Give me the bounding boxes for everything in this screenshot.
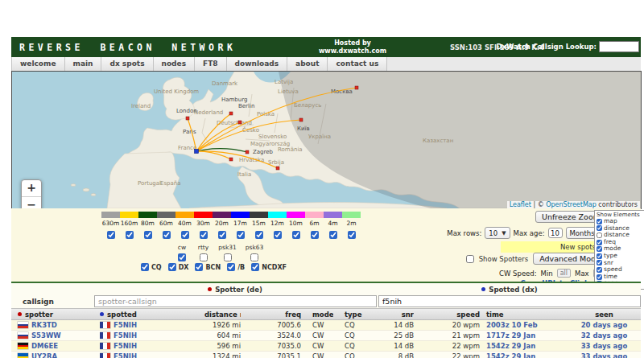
band-swatch-17m bbox=[231, 212, 250, 218]
callsign-link-f5nih[interactable]: F5NIH bbox=[114, 352, 137, 358]
band-label-630m: 630m bbox=[101, 220, 120, 227]
band-checkbox-60m[interactable] bbox=[163, 231, 171, 239]
menu-tab-main[interactable]: main bbox=[65, 57, 102, 71]
show-elem-checkbox-freq-3[interactable] bbox=[597, 240, 602, 245]
type-checkbox-b[interactable] bbox=[227, 263, 235, 271]
mode-label-rtty: rtty bbox=[192, 244, 214, 251]
show-elem-checkbox-time-8[interactable] bbox=[597, 274, 602, 280]
band-checkbox-20m[interactable] bbox=[218, 231, 226, 239]
column-header-spotted[interactable]: spotted bbox=[100, 311, 204, 319]
cell-time[interactable]: 1542z 29 Jan bbox=[480, 342, 568, 350]
column-header-spotter[interactable]: spotter bbox=[11, 311, 100, 319]
osm-link[interactable]: OpenStreetMap bbox=[546, 201, 597, 208]
type-item-dx: DX bbox=[168, 263, 189, 271]
mode-checkbox-psk31[interactable] bbox=[224, 253, 232, 261]
map-container[interactable]: United KingdomIrelandNederlandDeutschlan… bbox=[11, 71, 642, 209]
spotter-callsign-input[interactable] bbox=[94, 295, 377, 307]
callsign-link-f5nih[interactable]: F5NIH bbox=[114, 321, 137, 329]
type-label-bcn: BCN bbox=[205, 264, 221, 271]
type-checkbox-ncdxf[interactable] bbox=[251, 263, 259, 271]
band-checkbox-6m[interactable] bbox=[311, 231, 319, 239]
column-header-seen[interactable]: seen bbox=[568, 311, 640, 319]
leaflet-link[interactable]: Leaflet bbox=[510, 201, 531, 208]
cell-seen[interactable]: 20 days ago bbox=[568, 321, 640, 329]
callsign-link-s53ww[interactable]: S53WW bbox=[31, 331, 61, 339]
menu-tab-downloads[interactable]: downloads bbox=[227, 57, 288, 71]
band-checkbox-630m[interactable] bbox=[107, 231, 115, 239]
show-elem-checkbox-type-5[interactable] bbox=[597, 253, 602, 259]
show-elem-checkbox-snr-6[interactable] bbox=[597, 260, 602, 265]
column-header-mode[interactable]: mode bbox=[301, 311, 333, 319]
cell-time[interactable]: 1717z 29 Jan bbox=[480, 331, 568, 339]
callsign-link-rk3td[interactable]: RK3TD bbox=[31, 321, 57, 329]
max-age-input[interactable]: 10 bbox=[548, 228, 563, 238]
band-checkbox-12m[interactable] bbox=[274, 231, 282, 239]
type-checkbox-bcn[interactable] bbox=[195, 263, 203, 271]
show-elem-checkbox-distance-2[interactable] bbox=[597, 232, 602, 238]
column-header-label-mode: mode bbox=[312, 311, 333, 319]
zoom-in-button[interactable]: + bbox=[22, 180, 41, 197]
cell-time[interactable]: 2003z 10 Feb bbox=[480, 321, 568, 329]
spot-marker-serbia[interactable] bbox=[276, 167, 279, 170]
column-header-type[interactable]: type bbox=[333, 311, 378, 319]
show-elem-checkbox-map-0[interactable] bbox=[597, 219, 602, 224]
type-item-b: /B bbox=[227, 263, 245, 271]
band-checkbox-17m[interactable] bbox=[237, 231, 245, 239]
spotted-callsign-input[interactable] bbox=[378, 295, 641, 307]
column-header-snr[interactable]: snr bbox=[378, 311, 414, 319]
show-elem-checkbox-mode-4[interactable] bbox=[597, 246, 602, 252]
menu-tab-ft8[interactable]: FT8 bbox=[195, 57, 227, 71]
cell-seen[interactable]: 33 days ago bbox=[568, 352, 640, 358]
callsign-link-uy2ra[interactable]: UY2RA bbox=[31, 352, 57, 358]
band-checkbox-4m[interactable] bbox=[329, 231, 337, 239]
hub-marker-f5nih[interactable] bbox=[195, 150, 199, 154]
band-checkbox-30m[interactable] bbox=[200, 231, 208, 239]
cell-time[interactable]: 1542z 29 Jan bbox=[480, 352, 568, 358]
menu-tab-about[interactable]: about bbox=[287, 57, 328, 71]
menu-tab-welcome[interactable]: welcome bbox=[11, 57, 65, 71]
band-checkbox-2m[interactable] bbox=[348, 231, 356, 239]
spot-marker-slovenia[interactable] bbox=[246, 150, 249, 154]
zoom-out-button[interactable]: − bbox=[22, 197, 41, 209]
show-spotters-checkbox[interactable] bbox=[466, 255, 474, 263]
type-label-dx: DX bbox=[179, 264, 189, 271]
cell-seen[interactable]: 33 days ago bbox=[568, 342, 640, 350]
band-checkbox-160m[interactable] bbox=[126, 231, 134, 239]
callsign-link-dm6ee[interactable]: DM6EE bbox=[31, 342, 58, 350]
menu-tab-contact-us[interactable]: contact us bbox=[328, 57, 387, 71]
type-checkbox-cq[interactable] bbox=[141, 263, 149, 271]
band-swatch-15m bbox=[250, 212, 268, 218]
site-logo: REVERSE BEACON NETWORK bbox=[19, 42, 236, 53]
spot-marker-c-germany[interactable] bbox=[238, 121, 242, 124]
column-header-speed[interactable]: speed bbox=[414, 311, 480, 319]
band-checkbox-15m[interactable] bbox=[255, 231, 263, 239]
menu-tab-nodes[interactable]: nodes bbox=[154, 57, 196, 71]
spot-marker-kyiv[interactable] bbox=[299, 118, 303, 121]
cell-spotted: F5NIH bbox=[100, 321, 204, 329]
column-header-time[interactable]: time bbox=[480, 311, 568, 319]
band-checkbox-40m[interactable] bbox=[181, 231, 189, 239]
spot-marker-n-italy[interactable] bbox=[229, 158, 233, 161]
cell-seen[interactable]: 32 days ago bbox=[568, 331, 640, 339]
max-rows-select[interactable]: 10 ▼ bbox=[485, 227, 510, 239]
cell-spotted: F5NIH bbox=[100, 331, 204, 339]
band-checkbox-80m[interactable] bbox=[144, 231, 152, 239]
mode-checkbox-rtty[interactable] bbox=[200, 253, 208, 261]
mode-checkbox-cw[interactable] bbox=[178, 253, 186, 261]
menu-tab-dx-spots[interactable]: dx spots bbox=[101, 57, 153, 71]
show-elem-checkbox-speed-7[interactable] bbox=[597, 267, 602, 273]
callsign-link-f5nih[interactable]: F5NIH bbox=[114, 331, 137, 339]
spot-marker-london[interactable] bbox=[186, 117, 189, 120]
column-header-distance[interactable]: distance mi bbox=[204, 311, 241, 319]
mode-checkbox-psk63[interactable] bbox=[250, 253, 258, 261]
spot-marker-moscow[interactable] bbox=[355, 86, 358, 89]
band-checkbox-10m[interactable] bbox=[292, 231, 300, 239]
spot-marker-n-germany[interactable] bbox=[229, 112, 233, 115]
band-swatch-4m bbox=[324, 212, 342, 218]
cw-speed-min-input[interactable]: all bbox=[557, 269, 571, 278]
callsign-lookup-input[interactable] bbox=[599, 41, 639, 52]
column-header-freq[interactable]: freq bbox=[241, 311, 301, 319]
show-elem-checkbox-distance-1[interactable] bbox=[597, 225, 602, 231]
type-checkbox-dx[interactable] bbox=[168, 263, 176, 271]
callsign-link-f5nih[interactable]: F5NIH bbox=[114, 342, 137, 350]
